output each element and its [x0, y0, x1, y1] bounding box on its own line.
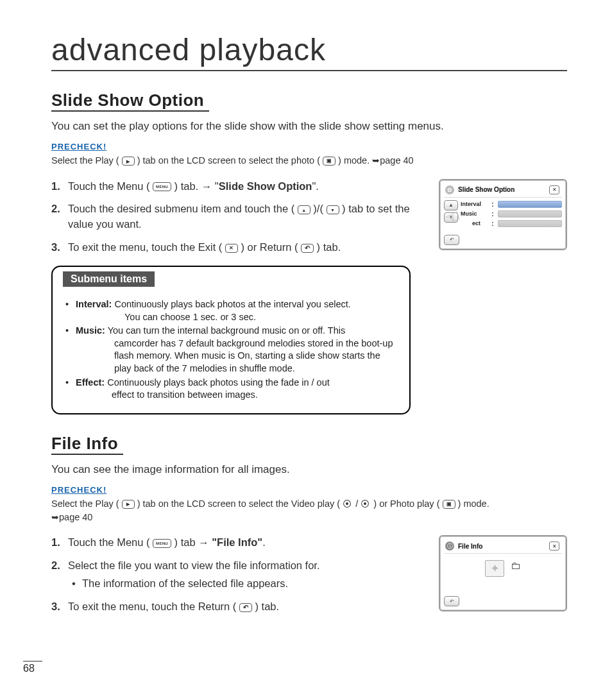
step-number: 3. — [51, 599, 60, 615]
text: Select the file you want to view the fil… — [68, 559, 320, 571]
down-tab-icon — [327, 205, 339, 214]
lcd-row-interval[interactable]: Interval : — [461, 201, 562, 208]
page-ref: page 40 — [380, 155, 413, 166]
step-2: 2. Touch the desired submenu item and to… — [51, 201, 423, 232]
text: ". — [312, 180, 318, 192]
page-title: advanced playback — [51, 32, 567, 71]
precheck-text: Select the Play ( ) tab on the LCD scree… — [51, 154, 567, 167]
text: ) tab. → " — [174, 180, 219, 192]
submenu-text-cont: effect to transition between images. — [76, 389, 396, 402]
lcd-return-button[interactable]: ↶ — [444, 235, 459, 245]
page-number: 68 — [23, 661, 42, 674]
submenu-items-box: Submenu items Interval: Continuously pla… — [51, 266, 411, 414]
lcd-close-button[interactable]: ✕ — [549, 185, 559, 194]
text: Touch the Menu ( — [68, 180, 150, 192]
play-tab-icon — [122, 157, 135, 166]
video-play-sd-icon: ⦿ — [361, 498, 371, 511]
lcd-title: File Info — [458, 543, 545, 550]
text: Select the Play ( — [51, 155, 119, 166]
step-1: 1. Touch the Menu ( ) tab. → "Slide Show… — [51, 179, 423, 194]
exit-icon — [225, 244, 238, 253]
submenu-label: Music: — [76, 325, 105, 336]
lcd-value-bar — [498, 220, 562, 227]
submenu-text: Continuously plays back photos at the in… — [114, 299, 350, 309]
section-intro: You can set the play options for the sli… — [51, 119, 567, 134]
section-file-info: File Info You can see the image informat… — [51, 434, 567, 625]
precheck-label: PRECHECK! — [51, 485, 567, 495]
submenu-label: Interval: — [76, 299, 112, 309]
section-slide-show-option: Slide Show Option You can set the play o… — [51, 90, 567, 414]
lcd-row-effect[interactable]: ect : — [461, 220, 562, 227]
submenu-item-effect: Effect: Continuously plays back photos u… — [65, 377, 396, 402]
menu-tab-icon — [153, 182, 171, 191]
text: Touch the Menu ( — [68, 536, 150, 548]
lcd-titlebar: ✿ Slide Show Option ✕ — [444, 184, 562, 198]
gear-icon: ✿ — [445, 185, 454, 194]
goto-arrow-icon: ➥ — [51, 512, 59, 522]
step-3: 3. To exit the menu, touch the Exit ( ) … — [51, 240, 423, 255]
precheck-label: PRECHECK! — [51, 142, 567, 151]
step-2: 2. Select the file you want to view the … — [51, 558, 423, 592]
section-heading: File Info — [51, 434, 123, 455]
steps-list: 1. Touch the Menu ( ) tab. → "Slide Show… — [51, 179, 423, 256]
text: )/( — [313, 203, 323, 214]
text: . — [262, 536, 266, 548]
step-sub-bullet: The information of the selected file app… — [68, 576, 423, 592]
text: ) mode. — [338, 155, 372, 166]
file-thumbnail[interactable]: ✦ — [485, 560, 504, 577]
up-tab-icon — [298, 205, 310, 214]
step-bold: "File Info" — [212, 536, 262, 548]
submenu-text-cont: camcorder has 7 default background melod… — [76, 337, 396, 375]
submenu-title: Submenu items — [63, 271, 155, 287]
text: ) tab on the LCD screen to select the Vi… — [137, 499, 341, 509]
return-icon — [301, 244, 314, 253]
precheck-text: Select the Play ( ) tab on the LCD scree… — [51, 497, 567, 524]
submenu-text: You can turn the internal background mus… — [108, 325, 346, 336]
text: ) or Return ( — [241, 241, 298, 253]
step-number: 2. — [51, 201, 60, 217]
submenu-text: Continuously plays back photos using the… — [107, 377, 330, 388]
lcd-up-button[interactable]: ▲ — [444, 200, 458, 210]
return-icon — [239, 603, 252, 612]
photo-mode-icon — [323, 157, 336, 166]
text: ) tab. — [255, 601, 280, 612]
goto-arrow-icon: ➥ — [372, 155, 380, 166]
submenu-label: Effect: — [76, 377, 105, 388]
lcd-row-label: Interval — [461, 201, 488, 207]
photo-play-icon — [443, 500, 455, 509]
step-bold: Slide Show Option — [219, 180, 312, 192]
step-number: 2. — [51, 558, 60, 574]
steps-list: 1. Touch the Menu ( ) tab → "File Info".… — [51, 535, 423, 615]
folder-icon[interactable]: 🗀 — [511, 560, 521, 572]
lcd-down-button[interactable]: ▼ — [444, 212, 458, 223]
step-1: 1. Touch the Menu ( ) tab → "File Info". — [51, 535, 423, 551]
section-heading: Slide Show Option — [51, 90, 209, 112]
video-play-hd-icon: ⦿ — [343, 498, 353, 511]
step-3: 3. To exit the menu, touch the Return ( … — [51, 599, 423, 615]
page-ref: page 40 — [59, 512, 92, 522]
colon: : — [491, 210, 494, 218]
text: Touch the desired submenu item and touch… — [68, 203, 294, 214]
lcd-row-music[interactable]: Music : — [461, 210, 562, 218]
submenu-text-cont: You can choose 1 sec. or 3 sec. — [76, 311, 396, 324]
lcd-return-button[interactable]: ↶ — [444, 596, 459, 606]
text: ) tab on the LCD screen to select the ph… — [137, 155, 320, 166]
text: / — [355, 499, 358, 509]
lcd-titlebar: ⓘ File Info ✕ — [444, 540, 562, 554]
text: To exit the menu, touch the Return ( — [68, 601, 236, 612]
text: ) or Photo play ( — [373, 499, 439, 509]
lcd-close-button[interactable]: ✕ — [549, 542, 559, 551]
lcd-value-bar — [498, 210, 562, 218]
lcd-row-label: Music — [461, 210, 488, 217]
step-number: 3. — [51, 240, 60, 255]
lcd-value-bar — [498, 201, 562, 208]
text: To exit the menu, touch the Exit ( — [68, 241, 222, 253]
step-number: 1. — [51, 179, 60, 194]
play-tab-icon — [122, 500, 135, 509]
submenu-item-music: Music: You can turn the internal backgro… — [65, 325, 396, 375]
colon: : — [491, 220, 494, 227]
section-intro: You can see the image information for al… — [51, 463, 567, 477]
colon: : — [491, 201, 494, 208]
text: ) tab. — [317, 241, 341, 253]
menu-tab-icon — [153, 539, 171, 548]
